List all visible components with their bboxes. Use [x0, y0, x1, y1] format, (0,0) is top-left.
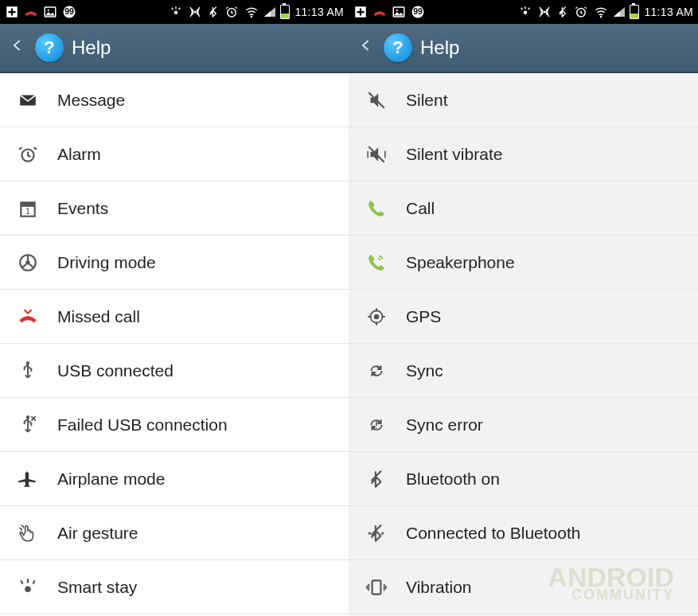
wifi-icon — [244, 5, 259, 19]
hand-icon — [16, 523, 40, 544]
plus-icon — [353, 5, 368, 19]
status-bar: 11:13 AM — [349, 0, 698, 24]
list-item-label: Speakerphone — [406, 253, 515, 272]
plus-icon — [5, 5, 19, 19]
list-item-label: Vibration — [406, 578, 472, 597]
alarm-icon — [224, 5, 239, 19]
nfc-icon — [188, 5, 202, 19]
list-item-speakerphone[interactable]: Speakerphone — [349, 236, 698, 290]
list-item-smart-stay[interactable]: Smart stay — [0, 560, 349, 614]
battery-icon — [630, 5, 639, 19]
status-time: 11:13 AM — [644, 6, 693, 18]
list-item-label: Call — [406, 199, 435, 218]
usb-error-icon — [16, 415, 40, 435]
list-item-usb-connected[interactable]: USB connected — [0, 344, 349, 398]
app-bar: ? Help — [0, 24, 349, 73]
chevron-left-icon — [11, 35, 24, 56]
list-item-label: Air gesture — [57, 524, 138, 543]
eye-icon — [16, 577, 40, 598]
sync-error-icon — [365, 415, 388, 435]
missed-call-icon — [24, 5, 38, 19]
list-item-label: Smart stay — [57, 578, 137, 597]
list-item-silent-vibrate[interactable]: Silent vibrate — [349, 127, 698, 181]
list-item-sync[interactable]: Sync — [349, 344, 698, 398]
list-item-failed-usb[interactable]: Failed USB connection — [0, 398, 349, 452]
airplane-icon — [16, 469, 40, 489]
smart-stay-icon — [169, 5, 183, 19]
list-item-message[interactable]: Message — [0, 73, 349, 127]
list-item-label: Silent vibrate — [406, 145, 502, 164]
list-item-label: Airplane mode — [57, 470, 165, 489]
app-bar: ? Help — [349, 24, 698, 73]
speakerphone-icon — [365, 252, 388, 273]
list-item-air-gesture[interactable]: Air gesture — [0, 506, 349, 560]
image-icon — [43, 5, 57, 19]
list-item-driving-mode[interactable]: Driving mode — [0, 236, 349, 290]
list-item-bluetooth-on[interactable]: Bluetooth on — [349, 452, 698, 506]
screenshot-left: 11:13 AM ? Help Message Alarm Events Dri… — [0, 0, 349, 616]
list-item-bluetooth-connected[interactable]: Connected to Bluetooth — [349, 506, 698, 560]
usb-icon — [16, 361, 40, 381]
silent-vibrate-icon — [365, 144, 388, 165]
signal-icon — [264, 7, 275, 17]
alarm-icon — [574, 5, 588, 19]
list-item-label: Bluetooth on — [406, 470, 500, 489]
alarm-icon — [16, 144, 40, 165]
list-item-vibration[interactable]: Vibration — [349, 560, 698, 614]
help-list[interactable]: Message Alarm Events Driving mode Missed… — [0, 73, 349, 616]
list-item-label: Sync — [406, 361, 443, 380]
list-item-label: Failed USB connection — [57, 415, 228, 435]
missed-call-icon — [372, 5, 387, 19]
list-item-sync-error[interactable]: Sync error — [349, 398, 698, 452]
list-item-silent[interactable]: Silent — [349, 73, 698, 127]
nfc-icon — [537, 5, 552, 19]
silent-icon — [365, 90, 388, 111]
list-item-label: Message — [57, 91, 125, 110]
list-item-gps[interactable]: GPS — [349, 290, 698, 344]
list-item-missed-call[interactable]: Missed call — [0, 290, 349, 344]
list-item-label: Sync error — [406, 415, 483, 435]
list-item-label: Missed call — [57, 307, 140, 326]
list-item-label: GPS — [406, 307, 441, 326]
bluetooth-connected-icon — [365, 523, 388, 544]
gps-icon — [365, 306, 388, 327]
wifi-icon — [593, 5, 609, 19]
help-icon: ? — [384, 33, 412, 62]
smart-stay-icon — [518, 5, 532, 19]
back-button[interactable] — [8, 32, 27, 64]
message-icon — [16, 90, 40, 111]
list-item-alarm[interactable]: Alarm — [0, 127, 349, 181]
list-item-label: Driving mode — [57, 253, 156, 272]
list-item-label: Events — [57, 199, 108, 218]
status-bar: 11:13 AM — [0, 0, 349, 24]
list-item-call[interactable]: Call — [349, 181, 698, 236]
image-icon — [392, 5, 406, 19]
list-item-events[interactable]: Events — [0, 181, 349, 236]
page-title: Help — [420, 37, 459, 59]
call-icon — [365, 198, 388, 219]
list-item-label: USB connected — [57, 361, 174, 380]
screenshot-right: 11:13 AM ? Help Silent Silent vibrate Ca… — [349, 0, 698, 616]
calendar-icon — [16, 198, 40, 219]
hangouts-icon — [62, 5, 76, 19]
vibration-icon — [365, 577, 388, 598]
bluetooth-icon — [556, 5, 569, 19]
missed-call-icon — [16, 306, 40, 327]
back-button[interactable] — [357, 32, 376, 64]
chevron-left-icon — [360, 35, 372, 56]
hangouts-icon — [411, 5, 425, 19]
help-list[interactable]: Silent Silent vibrate Call Speakerphone … — [349, 73, 698, 616]
help-icon: ? — [35, 33, 64, 62]
steering-wheel-icon — [16, 252, 40, 273]
bluetooth-icon — [365, 469, 388, 489]
status-time: 11:13 AM — [294, 6, 344, 18]
sync-icon — [365, 361, 388, 381]
page-title: Help — [72, 37, 111, 59]
list-item-label: Connected to Bluetooth — [406, 524, 581, 543]
signal-icon — [614, 7, 625, 17]
bluetooth-icon — [207, 5, 220, 19]
list-item-airplane-mode[interactable]: Airplane mode — [0, 452, 349, 506]
list-item-label: Alarm — [57, 145, 101, 164]
list-item-label: Silent — [406, 91, 448, 110]
battery-icon — [280, 5, 290, 19]
